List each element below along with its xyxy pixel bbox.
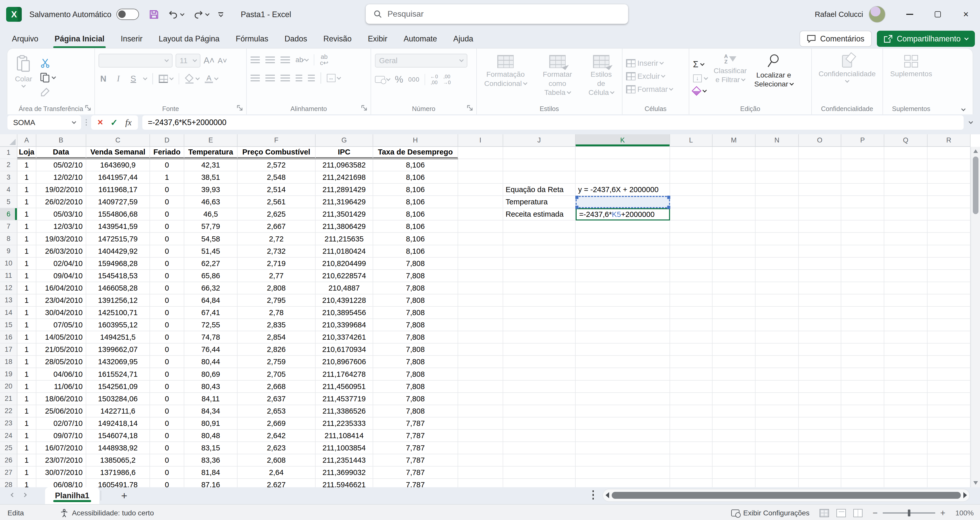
align-left-icon[interactable]	[251, 75, 260, 82]
insert-cells-button[interactable]: Inserir	[626, 59, 673, 68]
cell-L5[interactable]	[670, 196, 713, 208]
cell-J13[interactable]	[503, 295, 576, 307]
cell-Q1[interactable]	[884, 147, 927, 159]
cell-G7[interactable]: 211,3806429	[316, 220, 373, 233]
cell-A23[interactable]: 1	[18, 417, 36, 430]
avatar[interactable]	[869, 6, 886, 23]
cell-K15[interactable]	[576, 319, 670, 331]
cell-B1[interactable]: Data	[37, 147, 86, 159]
cell-I27[interactable]	[458, 466, 503, 479]
cell-D19[interactable]: 0	[150, 368, 184, 380]
cell-Q19[interactable]	[884, 368, 927, 380]
column-header-P[interactable]: P	[841, 134, 884, 147]
cell-I17[interactable]	[458, 344, 503, 356]
row-header-27[interactable]: 27	[0, 466, 18, 479]
cell-N24[interactable]	[756, 430, 799, 442]
cell-J14[interactable]	[503, 307, 576, 319]
cell-L9[interactable]	[670, 245, 713, 258]
cell-B6[interactable]: 05/03/10	[37, 208, 86, 220]
cell-A9[interactable]: 1	[18, 245, 36, 258]
cell-A12[interactable]: 1	[18, 282, 36, 295]
cell-E8[interactable]: 54,58	[184, 233, 237, 245]
cell-C9[interactable]: 1404429,92	[86, 245, 150, 258]
cell-C23[interactable]: 1492418,14	[86, 417, 150, 430]
format-cells-button[interactable]: Formatar	[626, 85, 673, 94]
cell-I5[interactable]	[458, 196, 503, 208]
align-right-icon[interactable]	[280, 75, 290, 82]
cell-R22[interactable]	[928, 405, 970, 417]
scroll-left-icon[interactable]	[606, 492, 609, 498]
cell-G20[interactable]: 211,4560951	[316, 380, 373, 393]
cell-L23[interactable]	[670, 417, 713, 430]
cell-I4[interactable]	[458, 184, 503, 196]
cell-N28[interactable]	[756, 479, 799, 487]
cell-P6[interactable]	[841, 208, 884, 220]
cell-E20[interactable]: 80,43	[184, 380, 237, 393]
cell-A11[interactable]: 1	[18, 270, 36, 282]
cell-N20[interactable]	[756, 380, 799, 393]
cell-O9[interactable]	[799, 245, 841, 258]
cell-N3[interactable]	[756, 171, 799, 184]
cell-L16[interactable]	[670, 331, 713, 344]
row-header-15[interactable]: 15	[0, 319, 18, 331]
font-color-button[interactable]: A	[205, 74, 218, 83]
cell-I20[interactable]	[458, 380, 503, 393]
conditional-formatting-button[interactable]: FormataçãoCondicional	[480, 54, 531, 89]
cell-M11[interactable]	[713, 270, 756, 282]
page-layout-view-icon[interactable]	[837, 509, 846, 517]
row-header-2[interactable]: 2	[0, 159, 18, 171]
decrease-indent-icon[interactable]	[296, 75, 302, 82]
increase-font-icon[interactable]: A˄	[204, 55, 215, 65]
cell-R21[interactable]	[928, 393, 970, 405]
cell-F14[interactable]: 2,78	[237, 307, 316, 319]
ribbon-tab-layout-da-pagina[interactable]: Layout da Página	[151, 29, 228, 49]
cell-Q18[interactable]	[884, 356, 927, 368]
cell-I28[interactable]	[458, 479, 503, 487]
cell-J6[interactable]: Receita estimada	[503, 208, 576, 220]
cell-P27[interactable]	[841, 466, 884, 479]
cell-Q22[interactable]	[884, 405, 927, 417]
cell-G6[interactable]: 211,3501429	[316, 208, 373, 220]
cell-H17[interactable]: 7,808	[373, 344, 458, 356]
row-header-16[interactable]: 16	[0, 331, 18, 344]
cell-I1[interactable]	[458, 147, 503, 159]
cell-R16[interactable]	[928, 331, 970, 344]
cell-K16[interactable]	[576, 331, 670, 344]
row-header-26[interactable]: 26	[0, 454, 18, 466]
cell-G9[interactable]: 211,0180424	[316, 245, 373, 258]
cell-B3[interactable]: 12/02/10	[37, 171, 86, 184]
cell-O2[interactable]	[799, 159, 841, 171]
cell-O24[interactable]	[799, 430, 841, 442]
cell-I13[interactable]	[458, 295, 503, 307]
cell-G22[interactable]: 211,3386526	[316, 405, 373, 417]
comments-button[interactable]: Comentários	[800, 31, 872, 47]
minimize-button[interactable]	[896, 0, 924, 29]
cell-I16[interactable]	[458, 331, 503, 344]
cell-E17[interactable]: 76,44	[184, 344, 237, 356]
cell-J20[interactable]	[503, 380, 576, 393]
cell-K14[interactable]	[576, 307, 670, 319]
row-header-10[interactable]: 10	[0, 258, 18, 270]
ribbon-tab-ajuda[interactable]: Ajuda	[445, 29, 481, 49]
cell-A20[interactable]: 1	[18, 380, 36, 393]
cell-B11[interactable]: 09/04/10	[37, 270, 86, 282]
cell-P24[interactable]	[841, 430, 884, 442]
cell-Q17[interactable]	[884, 344, 927, 356]
cell-E21[interactable]: 84,11	[184, 393, 237, 405]
cell-Q20[interactable]	[884, 380, 927, 393]
cell-J17[interactable]	[503, 344, 576, 356]
cell-C13[interactable]: 1391256,12	[86, 295, 150, 307]
cell-I22[interactable]	[458, 405, 503, 417]
column-header-M[interactable]: M	[713, 134, 756, 147]
cell-F26[interactable]: 2,608	[237, 454, 316, 466]
row-header-21[interactable]: 21	[0, 393, 18, 405]
cell-A7[interactable]: 1	[18, 220, 36, 233]
align-bottom-icon[interactable]	[280, 57, 290, 63]
cell-O7[interactable]	[799, 220, 841, 233]
underline-button[interactable]: S	[129, 74, 138, 84]
cell-N15[interactable]	[756, 319, 799, 331]
row-header-4[interactable]: 4	[0, 184, 18, 196]
cell-G1[interactable]: IPC	[316, 147, 373, 159]
cell-C24[interactable]: 1546074,18	[86, 430, 150, 442]
cell-D12[interactable]: 0	[150, 282, 184, 295]
